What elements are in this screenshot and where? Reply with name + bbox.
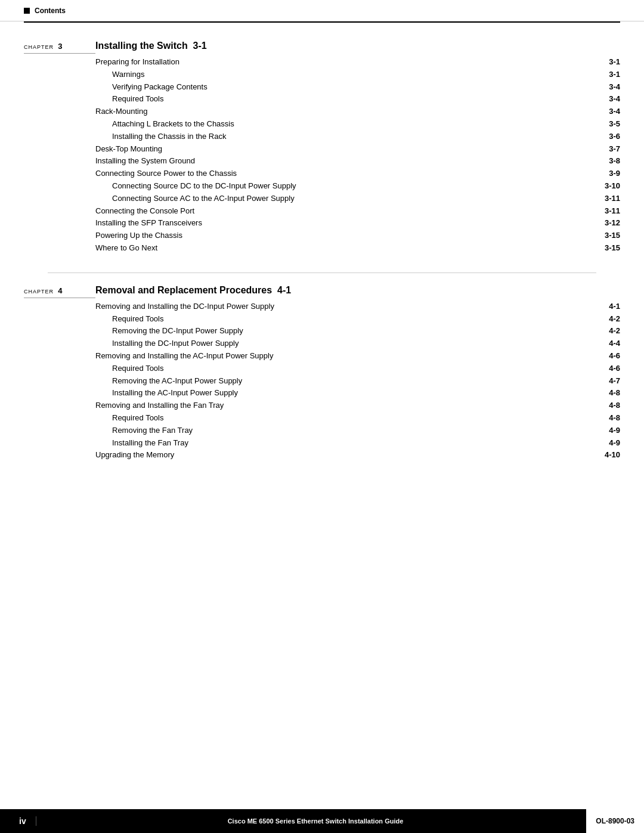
toc-entry: Installing the Fan Tray 4-9 [95,437,620,450]
chapter3-label: CHAPTER 3 [24,44,63,50]
chapter4-label-col: CHAPTER 4 [24,285,95,462]
toc-entry: Removing and Installing the DC-Input Pow… [95,301,620,313]
footer-center: Cisco ME 6500 Series Ethernet Switch Ins… [46,817,586,825]
toc-entry: Removing the Fan Tray 4-9 [95,425,620,437]
toc-entry: Preparing for Installation 3-1 [95,56,620,69]
chapter4-heading: Removal and Replacement Procedures 4-1 [95,285,620,296]
header-bar: Contents [0,0,644,21]
footer-page-num: iv [10,816,36,826]
chapter-divider [48,272,596,273]
chapter4-label-prefix: CHAPTER [24,289,54,295]
toc-entry: Desk-Top Mounting 3-7 [95,143,620,156]
toc-entry: Where to Go Next 3-15 [95,242,620,255]
chapter3-label-num: 3 [58,42,63,51]
toc-entry: Removing and Installing the Fan Tray 4-8 [95,400,620,412]
toc-entry: Powering Up the Chassis 3-15 [95,230,620,242]
chapter3-label-col: CHAPTER 3 [24,41,95,255]
content-area: CHAPTER 3 Installing the Switch 3-1 Prep… [0,23,644,527]
footer: iv Cisco ME 6500 Series Ethernet Switch … [0,809,644,833]
toc-entry: Required Tools 4-2 [95,313,620,326]
toc-entry: Installing the SFP Transceivers 3-12 [95,217,620,230]
toc-entry: Required Tools 4-6 [95,363,620,375]
chapter4-label: CHAPTER 4 [24,288,63,295]
toc-entry: Required Tools 4-8 [95,412,620,425]
toc-entry: Verifying Package Contents 3-4 [95,81,620,94]
toc-entry: Attaching L Brackets to the Chassis 3-5 [95,118,620,131]
toc-entry: Connecting Source Power to the Chassis 3… [95,168,620,180]
chapter4-label-num: 4 [58,286,63,295]
toc-entry: Removing the DC-Input Power Supply 4-2 [95,325,620,337]
chapter4-block: CHAPTER 4 Removal and Replacement Proced… [24,285,620,462]
chapter3-label-prefix: CHAPTER [24,44,54,50]
footer-doc-title: Cisco ME 6500 Series Ethernet Switch Ins… [228,817,404,825]
toc-entry: Installing the Chassis in the Rack 3-6 [95,131,620,143]
toc-entry: Required Tools 3-4 [95,93,620,106]
toc-entry: Connecting the Console Port 3-11 [95,205,620,218]
page-container: Contents CHAPTER 3 Installing the Switch… [0,0,644,833]
toc-entry: Connecting Source DC to the DC-Input Pow… [95,180,620,193]
toc-entry: Rack-Mounting 3-4 [95,106,620,118]
toc-entry: Upgrading the Memory 4-10 [95,449,620,462]
header-square-icon [24,8,30,14]
chapter3-block: CHAPTER 3 Installing the Switch 3-1 Prep… [24,41,620,255]
toc-entry: Removing the AC-Input Power Supply 4-7 [95,375,620,388]
toc-entry: Warnings 3-1 [95,69,620,81]
footer-right: OL-8900-03 [585,809,644,833]
toc-entry: Removing and Installing the AC-Input Pow… [95,350,620,363]
toc-entry: Installing the System Ground 3-8 [95,155,620,168]
header-title: Contents [35,7,66,15]
chapter3-heading: Installing the Switch 3-1 [95,41,620,51]
toc-entry: Installing the DC-Input Power Supply 4-4 [95,337,620,350]
footer-doc-num: OL-8900-03 [596,817,634,825]
chapter3-content: Installing the Switch 3-1 Preparing for … [95,41,620,255]
toc-entry: Installing the AC-Input Power Supply 4-8 [95,387,620,400]
footer-left: iv [0,809,46,833]
chapter4-content: Removal and Replacement Procedures 4-1 R… [95,285,620,462]
toc-entry: Connecting Source AC to the AC-Input Pow… [95,193,620,205]
